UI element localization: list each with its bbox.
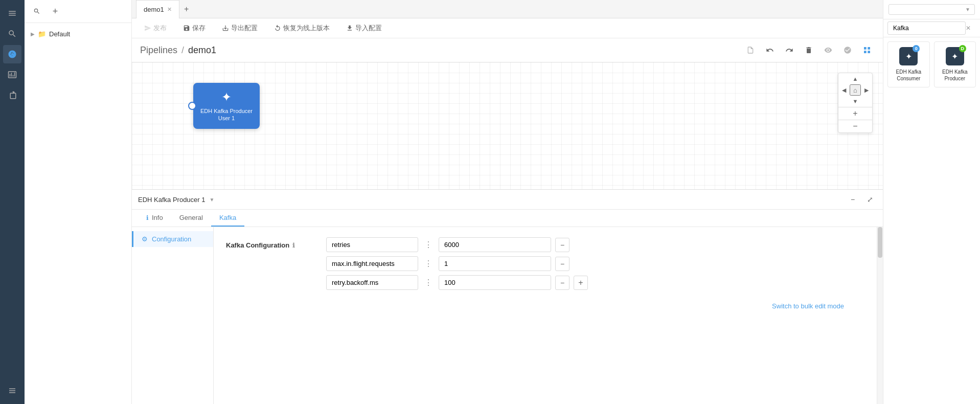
chevron-right-icon: ▶ bbox=[31, 31, 35, 37]
sidebar-menu-icon[interactable] bbox=[3, 4, 21, 23]
kafka-consumer-label: EDH KafkaConsumer bbox=[896, 69, 921, 82]
tab-kafka-label: Kafka bbox=[219, 214, 236, 221]
tab-close-icon[interactable]: ✕ bbox=[167, 6, 172, 13]
kafka-producer-node[interactable]: ✦ EDH Kafka ProducerUser 1 bbox=[193, 83, 260, 129]
import-button[interactable]: 导入配置 bbox=[342, 21, 386, 35]
export-label: 导出配置 bbox=[231, 24, 258, 33]
kafka-key-0[interactable] bbox=[326, 237, 418, 252]
remove-row-0[interactable]: − bbox=[555, 238, 569, 252]
chevron-down-icon[interactable]: ▼ bbox=[210, 197, 215, 203]
pipeline-actions bbox=[743, 42, 875, 58]
search-clear-icon[interactable]: ✕ bbox=[966, 25, 971, 32]
validate-button[interactable] bbox=[840, 42, 855, 58]
nav-tree-item-default[interactable]: ▶ 📁 Default bbox=[25, 27, 131, 41]
scrollbar[interactable] bbox=[877, 227, 883, 404]
kafka-config-fields: ⋮ − ⋮ − bbox=[326, 237, 864, 310]
save-button[interactable]: 保存 bbox=[179, 21, 210, 35]
nav-tree-item-label: Default bbox=[49, 30, 70, 38]
drag-handle-2[interactable]: ⋮ bbox=[422, 278, 435, 287]
canvas[interactable]: ✦ EDH Kafka ProducerUser 1 ▲ ◀ ⌂ ▶ ▼ bbox=[132, 62, 883, 189]
component-grid: ✦ 0 EDH KafkaConsumer ✦ D EDH KafkaProdu… bbox=[883, 37, 980, 92]
breadcrumb-root[interactable]: Pipelines bbox=[140, 45, 177, 56]
sidebar-pipeline-icon[interactable] bbox=[3, 45, 21, 63]
node-label: EDH Kafka ProducerUser 1 bbox=[200, 107, 253, 122]
nav-add-button[interactable]: + bbox=[48, 4, 62, 18]
minimize-button[interactable]: − bbox=[846, 193, 859, 206]
zoom-in-button[interactable]: + bbox=[838, 107, 872, 120]
kafka-val-2[interactable] bbox=[439, 275, 551, 290]
sidebar bbox=[0, 0, 25, 404]
tab-kafka[interactable]: Kafka bbox=[211, 210, 244, 227]
tab-general[interactable]: General bbox=[171, 210, 211, 227]
panel-sidebar: ⚙ Configuration bbox=[132, 227, 214, 404]
export-button[interactable]: 导出配置 bbox=[218, 21, 262, 35]
remove-row-1[interactable]: − bbox=[555, 257, 569, 271]
kafka-key-2[interactable] bbox=[326, 275, 418, 290]
folder-icon: 📁 bbox=[38, 30, 46, 38]
panel-tabs: ℹ Info General Kafka bbox=[132, 210, 883, 227]
nav-home-button[interactable]: ⌂ bbox=[850, 84, 861, 96]
sidebar-package-icon[interactable] bbox=[3, 86, 21, 104]
doc-button[interactable] bbox=[743, 42, 758, 58]
kafka-icon: ✦ bbox=[905, 52, 912, 61]
restore-label: 恢复为线上版本 bbox=[283, 24, 330, 33]
kafka-key-1[interactable] bbox=[326, 256, 418, 271]
nav-left-button[interactable]: ◀ bbox=[838, 84, 850, 96]
component-search-input[interactable] bbox=[887, 21, 966, 35]
grid-button[interactable] bbox=[859, 42, 875, 58]
nav-right-button[interactable]: ▶ bbox=[861, 84, 872, 96]
toolbar: 发布 保存 导出配置 恢复为线上版本 bbox=[132, 18, 883, 38]
kafka-producer-label: EDH KafkaProducer bbox=[942, 69, 967, 82]
tab-demo1[interactable]: demo1 ✕ bbox=[136, 0, 179, 18]
sidebar-search-icon[interactable] bbox=[3, 25, 21, 43]
tab-add-button[interactable]: + bbox=[179, 2, 194, 16]
bottom-panel-title-text: EDH Kafka Producer 1 bbox=[138, 196, 206, 204]
kafka-config-label: Kafka Configuration ℹ bbox=[226, 237, 318, 249]
kafka-config-label-text: Kafka Configuration bbox=[226, 241, 289, 249]
nav-search-button[interactable] bbox=[30, 4, 44, 18]
zoom-out-button[interactable]: − bbox=[838, 120, 872, 132]
pipeline-header: Pipelines / demo1 bbox=[132, 38, 883, 62]
drag-handle-0[interactable]: ⋮ bbox=[422, 240, 435, 250]
sidebar-monitor-icon[interactable] bbox=[3, 65, 21, 84]
preview-button[interactable] bbox=[821, 42, 836, 58]
add-row-button[interactable]: + bbox=[574, 276, 588, 290]
nav-down-button[interactable]: ▼ bbox=[850, 96, 861, 107]
tab-bar: demo1 ✕ + bbox=[132, 0, 883, 18]
redo-button[interactable] bbox=[782, 42, 797, 58]
nav-up-button[interactable]: ▲ bbox=[850, 73, 861, 84]
nav-panel-header: + bbox=[25, 0, 131, 23]
component-type-dropdown[interactable]: ▼ bbox=[888, 4, 975, 15]
bulk-edit-link[interactable]: Switch to bulk edit mode bbox=[772, 302, 844, 310]
panel-content: ⚙ Configuration Kafka Configuration ℹ bbox=[132, 227, 883, 404]
node-connector bbox=[188, 102, 196, 110]
kafka-row-1: ⋮ − bbox=[326, 256, 864, 271]
sidebar-configuration[interactable]: ⚙ Configuration bbox=[132, 231, 213, 247]
component-kafka-consumer[interactable]: ✦ 0 EDH KafkaConsumer bbox=[887, 41, 930, 87]
bottom-panel-controls: − ⤢ bbox=[846, 193, 877, 206]
component-kafka-producer[interactable]: ✦ D EDH KafkaProducer bbox=[934, 41, 976, 87]
sidebar-bottom-icon[interactable] bbox=[3, 381, 21, 400]
gear-icon: ⚙ bbox=[142, 235, 148, 243]
maximize-button[interactable]: ⤢ bbox=[863, 193, 877, 206]
tab-label: demo1 bbox=[144, 6, 164, 13]
publish-button[interactable]: 发布 bbox=[140, 21, 171, 35]
kafka-config-row: Kafka Configuration ℹ ⋮ − bbox=[226, 237, 864, 310]
right-sidebar: ▼ ✕ ✦ 0 EDH KafkaConsumer ✦ D EDH KafkaP… bbox=[883, 0, 980, 404]
remove-row-2[interactable]: − bbox=[555, 276, 569, 290]
producer-badge: D bbox=[959, 45, 966, 52]
breadcrumb-separator: / bbox=[181, 45, 184, 56]
kafka-val-0[interactable] bbox=[439, 237, 551, 252]
restore-button[interactable]: 恢复为线上版本 bbox=[270, 21, 334, 35]
info-icon: ℹ bbox=[146, 214, 149, 221]
right-sidebar-header: ▼ bbox=[883, 0, 980, 19]
tab-info[interactable]: ℹ Info bbox=[138, 210, 171, 227]
kafka-val-1[interactable] bbox=[439, 256, 551, 271]
drag-handle-1[interactable]: ⋮ bbox=[422, 259, 435, 268]
delete-button[interactable] bbox=[801, 42, 816, 58]
breadcrumb: Pipelines / demo1 bbox=[140, 45, 216, 56]
kafka-consumer-icon: ✦ 0 bbox=[899, 47, 918, 65]
publish-label: 发布 bbox=[153, 24, 167, 33]
undo-button[interactable] bbox=[762, 42, 778, 58]
configuration-label: Configuration bbox=[152, 235, 191, 243]
